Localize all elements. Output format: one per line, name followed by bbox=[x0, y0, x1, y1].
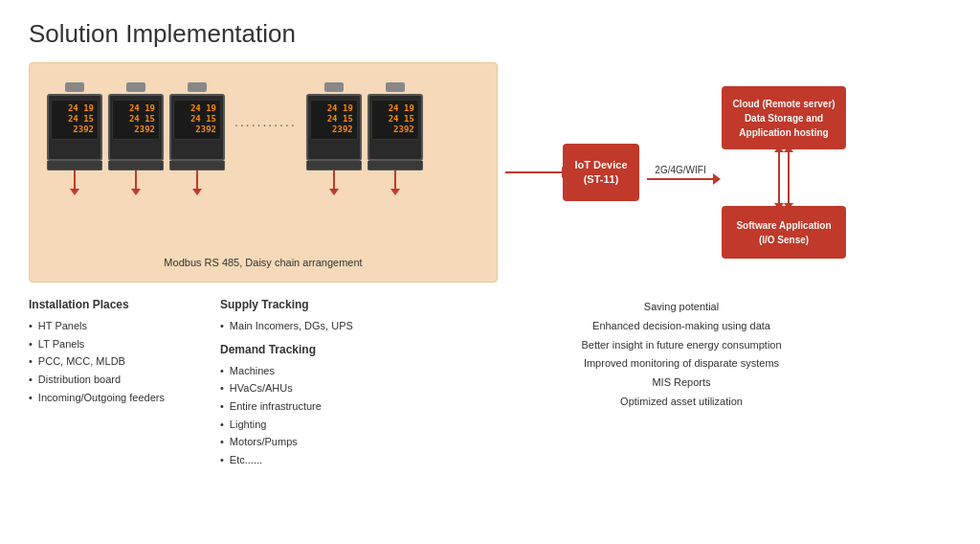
supply-list: Main Incomers, DGs, UPS bbox=[220, 317, 412, 335]
h-arrow-line bbox=[505, 171, 563, 173]
cloud-box: Cloud (Remote server) Data Storage and A… bbox=[722, 86, 846, 149]
list-item: Motors/Pumps bbox=[220, 433, 412, 451]
meter-screen: 24 19 24 15 2392 bbox=[51, 100, 99, 140]
meter-body: 24 19 24 15 2392 bbox=[108, 94, 164, 161]
installation-col: Installation Places HT Panels LT Panels … bbox=[29, 298, 220, 406]
meter-body: 24 19 24 15 2392 bbox=[47, 94, 102, 161]
list-item: HVaCs/AHUs bbox=[220, 379, 412, 397]
software-box: Software Application (I/O Sense) bbox=[722, 206, 846, 259]
iot-device-box: IoT Device (ST-11) bbox=[563, 144, 639, 201]
benefit-2: Enhanced decision-making using data bbox=[412, 317, 951, 336]
meter-body: 24 19 24 15 2392 bbox=[306, 94, 362, 161]
meter-device: 24 19 24 15 2392 bbox=[306, 82, 362, 190]
list-item: Lighting bbox=[220, 416, 412, 434]
page: Solution Implementation 24 19 24 15 2392 bbox=[0, 0, 980, 544]
top-row: 24 19 24 15 2392 24 19 bbox=[29, 62, 951, 283]
meter-device: 24 19 24 15 2392 bbox=[108, 82, 164, 190]
meter-device: 24 19 24 15 2392 bbox=[169, 82, 225, 190]
v-arrow-left bbox=[778, 151, 780, 204]
meter-clip bbox=[188, 82, 207, 92]
bottom-section: Installation Places HT Panels LT Panels … bbox=[29, 298, 951, 469]
meter-device: 24 19 24 15 2392 bbox=[47, 82, 102, 190]
meter-body: 24 19 24 15 2392 bbox=[169, 94, 225, 161]
supply-title: Supply Tracking bbox=[220, 298, 412, 311]
meter-clip bbox=[126, 82, 145, 92]
demand-list: Machines HVaCs/AHUs Entire infrastructur… bbox=[220, 362, 412, 469]
list-item: PCC, MCC, MLDB bbox=[29, 352, 220, 371]
arrow-down-1 bbox=[74, 170, 76, 190]
arrow-down-2 bbox=[135, 170, 137, 190]
list-item: Entire infrastructure bbox=[220, 397, 412, 416]
meter-arrow-row: 24 19 24 15 2392 24 19 bbox=[47, 82, 479, 190]
arrowhead-right2 bbox=[713, 173, 721, 185]
arrow-down-5 bbox=[394, 170, 396, 190]
diagram-wrapper: 24 19 24 15 2392 24 19 bbox=[29, 62, 951, 469]
list-item: Main Incomers, DGs, UPS bbox=[220, 317, 412, 335]
benefit-6: Optimized asset utilization bbox=[412, 393, 951, 412]
page-title: Solution Implementation bbox=[29, 19, 951, 49]
supply-col: Supply Tracking Main Incomers, DGs, UPS … bbox=[220, 298, 412, 469]
list-item: LT Panels bbox=[29, 335, 220, 353]
meter-screen: 24 19 24 15 2392 bbox=[112, 100, 160, 140]
h-arrow-line2 bbox=[647, 178, 714, 180]
cloud-software-column: Cloud (Remote server) Data Storage and A… bbox=[722, 86, 846, 259]
meter-screen: 24 19 24 15 2392 bbox=[173, 100, 221, 140]
dots-separator: ........... bbox=[231, 114, 301, 129]
meter-bottom bbox=[169, 161, 225, 170]
meter-device: 24 19 24 15 2392 bbox=[368, 82, 423, 190]
benefit-4: Improved monitoring of disparate systems bbox=[412, 354, 951, 374]
meter-clip bbox=[65, 82, 84, 92]
list-item: HT Panels bbox=[29, 317, 220, 335]
demand-title: Demand Tracking bbox=[220, 343, 412, 356]
wifi-arrow-group: 2G/4G/WIFI bbox=[647, 165, 714, 180]
meter-bottom bbox=[47, 161, 102, 170]
beige-box: 24 19 24 15 2392 24 19 bbox=[29, 62, 498, 283]
meter-clip bbox=[386, 82, 405, 92]
benefit-1: Saving potential bbox=[412, 298, 951, 317]
wifi-label: 2G/4G/WIFI bbox=[655, 165, 705, 175]
arrowhead-right bbox=[562, 167, 569, 178]
installation-title: Installation Places bbox=[29, 298, 220, 311]
meter-screen: 24 19 24 15 2392 bbox=[371, 100, 419, 140]
double-v-arrows bbox=[778, 151, 790, 204]
arrow-to-iot bbox=[505, 171, 563, 173]
benefits-col: Saving potential Enhanced decision-makin… bbox=[412, 298, 951, 412]
meter-clip bbox=[324, 82, 344, 92]
list-item: Incoming/Outgoing feeders bbox=[29, 389, 220, 407]
meter-screen: 24 19 24 15 2392 bbox=[310, 100, 358, 140]
list-item: Distribution board bbox=[29, 371, 220, 389]
meter-bottom bbox=[108, 161, 164, 170]
installation-list: HT Panels LT Panels PCC, MCC, MLDB Distr… bbox=[29, 317, 220, 406]
modbus-label: Modbus RS 485, Daisy chain arrangement bbox=[164, 257, 362, 268]
benefit-3: Better insight in future energy consumpt… bbox=[412, 336, 951, 355]
list-item: Etc...... bbox=[220, 451, 412, 469]
arrow-down-3 bbox=[196, 170, 198, 190]
list-item: Machines bbox=[220, 362, 412, 380]
benefit-5: MIS Reports bbox=[412, 374, 951, 393]
meter-body: 24 19 24 15 2392 bbox=[368, 94, 423, 161]
arrow-down-4 bbox=[333, 170, 335, 190]
v-arrow-right bbox=[788, 151, 790, 204]
meter-bottom bbox=[368, 161, 423, 170]
meter-bottom bbox=[306, 161, 362, 170]
